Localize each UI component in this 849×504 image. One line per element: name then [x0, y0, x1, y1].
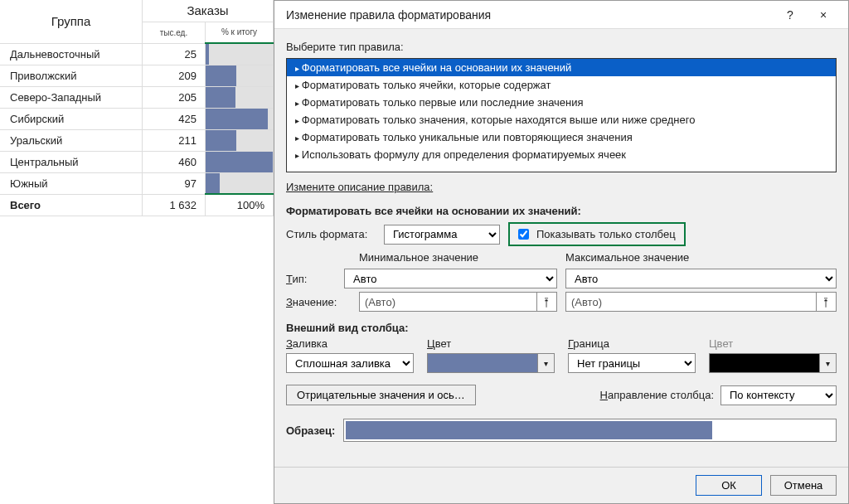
- total-value[interactable]: 1 632: [143, 194, 206, 216]
- rule-type-item[interactable]: Форматировать только ячейки, которые сод…: [287, 76, 836, 94]
- row-bar-cell[interactable]: [206, 43, 274, 65]
- show-bar-only-input[interactable]: [518, 229, 529, 240]
- table-row: Уральский211: [0, 129, 274, 151]
- preview-label: Образец:: [286, 424, 335, 437]
- col-sub-pct: % к итогу: [206, 22, 274, 43]
- ok-button[interactable]: ОК: [696, 475, 762, 496]
- bar-direction-combo[interactable]: По контексту: [720, 385, 837, 405]
- row-group[interactable]: Приволжский: [0, 65, 143, 86]
- format-all-heading: Форматировать все ячейки на основании их…: [286, 205, 837, 217]
- rule-type-item[interactable]: Форматировать только значения, которые н…: [287, 111, 836, 128]
- max-type-combo[interactable]: Авто: [565, 269, 837, 288]
- bar-direction-label: Направление столбца:: [600, 389, 714, 401]
- fill-color-picker[interactable]: ▾: [427, 353, 555, 373]
- col-sub-thousands: тыс.ед.: [143, 22, 206, 43]
- total-pct[interactable]: 100%: [206, 194, 274, 216]
- bar-appearance-heading: Внешний вид столбца:: [286, 322, 837, 334]
- rule-type-item[interactable]: Использовать формулу для определения фор…: [287, 146, 836, 163]
- edit-formatting-rule-dialog: Изменение правила форматирования ? × Выб…: [274, 0, 849, 504]
- help-icon[interactable]: ?: [774, 8, 807, 22]
- table-total-row: Всего1 632100%: [0, 194, 274, 216]
- row-value[interactable]: 25: [143, 43, 206, 65]
- border-combo[interactable]: Нет границы: [568, 353, 696, 373]
- rule-type-item[interactable]: Форматировать только уникальные или повт…: [287, 128, 836, 146]
- format-style-combo[interactable]: Гистограмма: [384, 225, 500, 245]
- row-bar-cell[interactable]: [206, 108, 274, 129]
- table-row: Дальневосточный25: [0, 43, 274, 65]
- max-heading: Максимальное значение: [565, 251, 689, 264]
- table-row: Приволжский209: [0, 65, 274, 86]
- edit-desc-label: Измените описание правила:: [286, 181, 837, 193]
- border-color-label: Цвет: [709, 337, 837, 350]
- negative-values-button[interactable]: Отрицательные значения и ось…: [286, 385, 476, 405]
- row-value[interactable]: 211: [143, 129, 206, 151]
- row-bar-cell[interactable]: [206, 129, 274, 151]
- show-bar-only-checkbox[interactable]: Показывать только столбец: [508, 222, 686, 246]
- close-icon[interactable]: ×: [807, 8, 840, 22]
- border-label: Граница: [568, 337, 696, 350]
- row-group[interactable]: Дальневосточный: [0, 43, 143, 65]
- range-picker-icon[interactable]: ⭱: [817, 292, 837, 312]
- border-color-picker[interactable]: ▾: [709, 353, 837, 373]
- col-group-header: Группа: [0, 0, 143, 43]
- min-value-input[interactable]: [359, 292, 537, 312]
- row-value[interactable]: 209: [143, 65, 206, 86]
- table-row: Южный97: [0, 172, 274, 194]
- preview-swatch: [343, 419, 837, 442]
- chevron-down-icon[interactable]: ▾: [537, 354, 554, 372]
- row-value[interactable]: 205: [143, 86, 206, 108]
- row-value[interactable]: 460: [143, 151, 206, 172]
- fill-color-label: Цвет: [427, 337, 555, 350]
- row-bar-cell[interactable]: [206, 65, 274, 86]
- row-bar-cell[interactable]: [206, 151, 274, 172]
- range-picker-icon[interactable]: ⭱: [537, 292, 557, 312]
- min-type-combo[interactable]: Авто: [344, 269, 557, 288]
- table-row: Центральный460: [0, 151, 274, 172]
- row-group[interactable]: Северо-Западный: [0, 86, 143, 108]
- format-style-label: Стиль формата:: [286, 228, 376, 240]
- pivot-table: Группа Заказы тыс.ед. % к итогу Дальнево…: [0, 0, 274, 504]
- row-group[interactable]: Центральный: [0, 151, 143, 172]
- dialog-title: Изменение правила форматирования: [286, 8, 774, 22]
- table-row: Северо-Западный205: [0, 86, 274, 108]
- fill-label: Заливка: [286, 337, 414, 350]
- row-value[interactable]: 425: [143, 108, 206, 129]
- min-heading: Минимальное значение: [359, 251, 478, 264]
- cancel-button[interactable]: Отмена: [770, 475, 837, 496]
- value-label: Значение:: [286, 296, 352, 308]
- col-orders-header: Заказы: [143, 0, 274, 22]
- type-label: Тип:: [286, 273, 337, 285]
- rule-type-item[interactable]: Форматировать все ячейки на основании их…: [287, 59, 836, 76]
- rule-type-item[interactable]: Форматировать только первые или последни…: [287, 94, 836, 111]
- rule-type-label: Выберите тип правила:: [286, 41, 837, 53]
- row-bar-cell[interactable]: [206, 172, 274, 194]
- fill-combo[interactable]: Сплошная заливка: [286, 353, 414, 373]
- row-group[interactable]: Сибирский: [0, 108, 143, 129]
- chevron-down-icon[interactable]: ▾: [819, 354, 836, 372]
- row-group[interactable]: Южный: [0, 172, 143, 194]
- table-row: Сибирский425: [0, 108, 274, 129]
- max-value-input[interactable]: [565, 292, 817, 312]
- row-bar-cell[interactable]: [206, 86, 274, 108]
- row-group[interactable]: Уральский: [0, 129, 143, 151]
- rule-type-list[interactable]: Форматировать все ячейки на основании их…: [286, 58, 837, 172]
- row-value[interactable]: 97: [143, 172, 206, 194]
- total-label[interactable]: Всего: [0, 194, 143, 216]
